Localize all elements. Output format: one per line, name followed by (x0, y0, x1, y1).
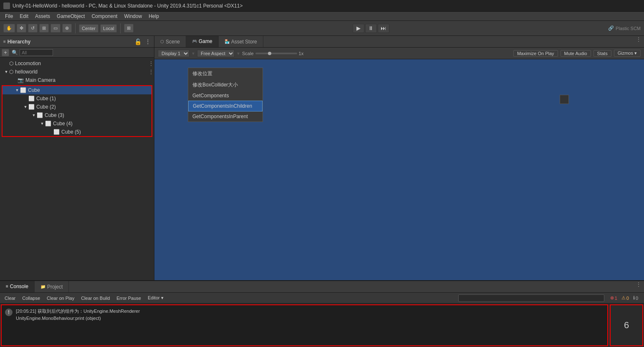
cube5-label: Cube (5) (61, 129, 81, 135)
console-message-box[interactable]: ! [20:05:21] 获取到后代的组件为：UnityEngine.MeshR… (1, 304, 608, 346)
scale-control: Scale 1x (242, 51, 303, 56)
game-panel: ⬡ Scene 🎮 Game 🏪 Asset Store ⋮ Display 1… (154, 36, 644, 280)
menu-assets[interactable]: Assets (32, 13, 53, 20)
clear-on-play-button[interactable]: Clear on Play (44, 295, 77, 301)
stats-button[interactable]: Stats (593, 50, 611, 57)
plastic-scm-label: 🔗 Plastic SCM (608, 25, 641, 31)
hierarchy-item-cube3[interactable]: ▼ ⬜ Cube (3) (3, 111, 152, 119)
plastic-scm-icon: 🔗 (608, 25, 614, 31)
context-menu-item-3[interactable]: GetComponentsInChildren (188, 101, 263, 111)
console-search-input[interactable] (458, 294, 604, 302)
context-menu-item-4[interactable]: GetComponentsInParent (188, 111, 263, 122)
gizmos-chevron-icon: ▾ (634, 51, 637, 56)
hierarchy-add-button[interactable]: + (2, 49, 9, 56)
scene-tab-label: Scene (166, 39, 180, 45)
scene-tab-icon: ⬡ (160, 39, 164, 44)
cube-root-label: Cube (28, 87, 40, 93)
hierarchy-icon: ≡ (3, 39, 6, 44)
hierarchy-header: ≡ Hierarchy 🔓 ⋮ (0, 36, 154, 48)
hierarchy-item-locomotion[interactable]: ⬡ Locomotion ⋮ (0, 59, 154, 68)
hierarchy-item-helloworld[interactable]: ▼ ⬡ helloworld ⋮ (0, 68, 154, 76)
hierarchy-item-cube1[interactable]: ⬜ Cube (1) (3, 94, 152, 103)
hand-tool-button[interactable]: ✋ (3, 24, 15, 33)
console-toolbar: Clear Collapse Clear on Play Clear on Bu… (0, 293, 644, 304)
play-button[interactable]: ▶ (353, 24, 364, 33)
local-button[interactable]: Local (100, 24, 117, 33)
clear-on-build-button[interactable]: Clear on Build (78, 295, 113, 301)
hierarchy-item-cube2[interactable]: ▼ ⬜ Cube (2) (3, 103, 152, 111)
hierarchy-item-cube[interactable]: ▼ ⬜ Cube (3, 86, 152, 94)
bottom-more-icon[interactable]: ⋮ (636, 281, 641, 292)
viewport-cube (560, 95, 569, 104)
console-content: ! [20:05:21] 获取到后代的组件为：UnityEngine.MeshR… (0, 304, 644, 347)
menu-help[interactable]: Help (145, 13, 162, 20)
context-menu-item-0[interactable]: 修改位置 (188, 68, 263, 79)
locomotion-more[interactable]: ⋮ (148, 60, 154, 67)
move-tool-button[interactable]: ✥ (17, 24, 26, 33)
hierarchy-panel: ≡ Hierarchy 🔓 ⋮ + 🔍 ⬡ Locomotion ⋮ ▼ (0, 36, 154, 280)
hierarchy-more-icon[interactable]: ⋮ (145, 38, 151, 45)
pause-button[interactable]: ⏸ (365, 24, 377, 33)
game-viewport: 修改位置 修改BoxCollider大小 GetComponents GetCo… (154, 59, 644, 280)
scale-tool-button[interactable]: ⊞ (39, 24, 49, 33)
toolbar-separator-2 (120, 23, 121, 33)
collapse-button[interactable]: Collapse (19, 295, 43, 301)
editor-dropdown-button[interactable]: Editor ▾ (145, 294, 167, 301)
menu-bar: File Edit Assets GameObject Component Wi… (0, 12, 644, 21)
hierarchy-title: Hierarchy (8, 39, 30, 45)
maximize-on-play-button[interactable]: Maximize On Play (513, 50, 558, 57)
project-tab-label: Project (47, 284, 63, 290)
menu-gameobject[interactable]: GameObject (53, 13, 88, 20)
cube5-icon: ⬜ (53, 129, 60, 135)
menu-window[interactable]: Window (121, 13, 145, 20)
menu-edit[interactable]: Edit (16, 13, 32, 20)
helloworld-more[interactable]: ⋮ (148, 68, 154, 75)
hierarchy-search-input[interactable] (20, 49, 53, 56)
clear-button[interactable]: Clear (2, 295, 18, 301)
scale-slider[interactable] (255, 53, 297, 54)
console-tab-label: Console (10, 284, 28, 289)
rect-tool-button[interactable]: ▭ (51, 24, 61, 33)
gizmos-button[interactable]: Gizmos ▾ (614, 50, 641, 57)
display-select[interactable]: Display 1 (158, 50, 189, 57)
tab-scene[interactable]: ⬡ Scene (154, 36, 186, 47)
hierarchy-lock-icon[interactable]: 🔓 (134, 38, 141, 45)
scale-value: 1x (299, 51, 304, 56)
grid-button[interactable]: ⊞ (124, 24, 134, 33)
hierarchy-item-main-camera[interactable]: 📷 Main Camera (0, 76, 154, 84)
menu-component[interactable]: Component (88, 13, 121, 20)
tab-more-icon[interactable]: ⋮ (636, 36, 641, 47)
context-menu-item-2[interactable]: GetComponents (188, 91, 263, 101)
project-tab-icon: 📁 (40, 284, 45, 289)
bottom-tab-bar: ≡ Console 📁 Project ⋮ (0, 281, 644, 293)
cube1-label: Cube (1) (36, 96, 56, 101)
console-message-icon: ! (5, 309, 13, 316)
menu-file[interactable]: File (2, 13, 16, 20)
scale-label: Scale (242, 51, 254, 56)
step-button[interactable]: ⏭ (378, 24, 389, 33)
mute-audio-button[interactable]: Mute Audio (561, 50, 591, 57)
tab-game[interactable]: 🎮 Game (186, 36, 219, 47)
tab-console[interactable]: ≡ Console (0, 281, 35, 292)
hierarchy-header-actions: 🔓 ⋮ (133, 38, 151, 45)
transform-tool-button[interactable]: ⊕ (62, 24, 72, 33)
hierarchy-item-cube4[interactable]: ▼ ⬜ Cube (4) (3, 119, 152, 128)
center-button[interactable]: Center (79, 24, 98, 33)
error-badge: ⊗ 1 (609, 295, 619, 301)
tab-asset-store[interactable]: 🏪 Asset Store (219, 36, 263, 47)
error-badge-icon: ⊗ (610, 295, 614, 301)
context-menu: 修改位置 修改BoxCollider大小 GetComponents GetCo… (188, 68, 263, 122)
aspect-select[interactable]: Free Aspect (197, 50, 235, 57)
game-toolbar: Display 1 ▾ Free Aspect ▾ Scale 1x Maxim… (154, 48, 644, 59)
helloworld-label: helloworld (15, 69, 38, 75)
main-area: ≡ Hierarchy 🔓 ⋮ + 🔍 ⬡ Locomotion ⋮ ▼ (0, 36, 644, 280)
context-menu-item-1[interactable]: 修改BoxCollider大小 (188, 79, 263, 91)
cube-root-icon: ⬜ (20, 87, 26, 93)
hierarchy-item-cube5[interactable]: ⬜ Cube (5) (3, 128, 152, 136)
search-icon: 🔍 (12, 50, 18, 56)
tab-project[interactable]: 📁 Project (35, 281, 69, 292)
rotate-tool-button[interactable]: ↺ (28, 24, 38, 33)
helloworld-icon: ⬡ (9, 69, 13, 75)
error-pause-button[interactable]: Error Pause (114, 295, 144, 301)
warn-badge-icon: ⚠ (621, 295, 626, 301)
